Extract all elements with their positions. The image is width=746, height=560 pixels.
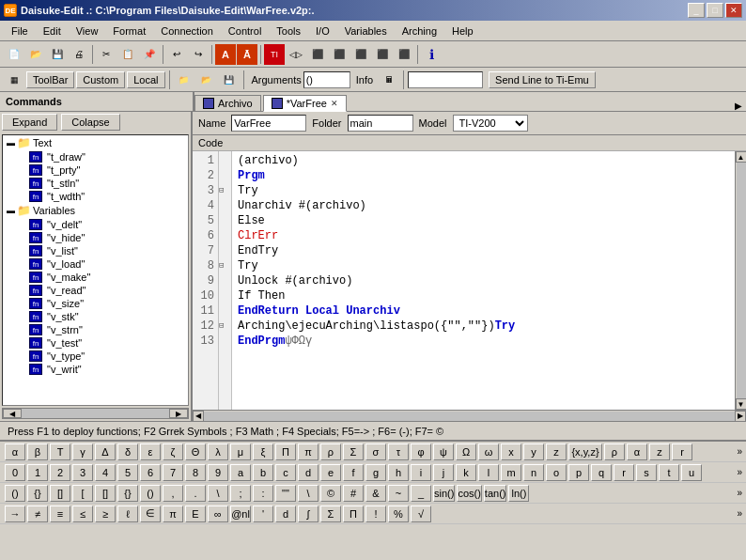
variables-folder[interactable]: ▬ 📁 Variables (3, 203, 188, 218)
tb2-icon1[interactable]: 📁 (174, 70, 194, 90)
char-geq[interactable]: ≥ (95, 506, 116, 522)
char-g[interactable]: g (365, 464, 386, 481)
char-integral[interactable]: ∫ (298, 506, 319, 522)
more-btn-row2[interactable]: » (737, 467, 742, 477)
ti-icon1[interactable]: TI (264, 44, 285, 65)
char-dot[interactable]: . (185, 485, 206, 502)
scroll-left[interactable]: ◀ (3, 409, 22, 418)
tab-arrow-right[interactable]: ▶ (735, 101, 742, 111)
close-button[interactable]: ✕ (725, 3, 742, 18)
char-sqrt[interactable]: √ (411, 506, 431, 522)
char-parens2[interactable]: () (140, 485, 161, 502)
char-y[interactable]: y (523, 443, 544, 460)
char-i[interactable]: i (411, 464, 431, 481)
char-k[interactable]: k (456, 464, 476, 481)
char-9[interactable]: 9 (208, 464, 228, 481)
copy-button[interactable]: 📋 (117, 44, 138, 65)
ti-icon2[interactable]: ◁▷ (286, 44, 306, 65)
tb2-icon2[interactable]: 📂 (196, 70, 217, 90)
hscroll-left[interactable]: ◀ (193, 411, 204, 422)
char-r[interactable]: r (672, 443, 692, 460)
char-mu[interactable]: μ (230, 443, 251, 460)
char-theta-upper[interactable]: Θ (185, 443, 206, 460)
tree-item-v_test[interactable]: fn "v_test" (3, 336, 188, 350)
char-prime[interactable]: ' (253, 506, 273, 522)
vscroll-up[interactable]: ▲ (736, 151, 747, 163)
maximize-button[interactable]: □ (707, 3, 723, 18)
commands-tree[interactable]: ▬ 📁 Text fn "t_draw" fn "t_prty" fn "t_s… (2, 134, 189, 406)
send-line-button[interactable]: Send Line to Ti-Emu (489, 71, 596, 88)
char-z2[interactable]: z (649, 443, 670, 460)
char-rho2[interactable]: ρ (604, 443, 625, 460)
char-neq[interactable]: ≠ (27, 506, 48, 522)
char-equiv[interactable]: ≡ (50, 506, 70, 522)
replace-button[interactable]: Ā (237, 44, 257, 65)
find-button[interactable]: A (215, 44, 236, 65)
char-t[interactable]: t (659, 464, 679, 481)
char-atnl[interactable]: @nl (230, 506, 251, 522)
info-button[interactable]: ℹ (421, 44, 442, 65)
extra-input[interactable] (408, 71, 483, 88)
char-amp[interactable]: & (365, 485, 386, 502)
char-square[interactable]: [] (50, 485, 70, 502)
char-sigma[interactable]: σ (365, 443, 386, 460)
menu-arching[interactable]: Arching (395, 23, 444, 39)
char-ell[interactable]: ℓ (117, 506, 138, 522)
char-pi-upper[interactable]: Π (275, 443, 296, 460)
char-product[interactable]: Π (343, 506, 364, 522)
char-copyright[interactable]: © (320, 485, 341, 502)
char-quotes[interactable]: "" (275, 485, 296, 502)
char-cos[interactable]: cos() (457, 485, 481, 502)
char-omega-upper[interactable]: Ω (456, 443, 476, 460)
char-zeta[interactable]: ζ (163, 443, 183, 460)
menu-control[interactable]: Control (221, 23, 269, 39)
menu-connection[interactable]: Connection (153, 23, 221, 39)
tab-varfree-close[interactable]: ✕ (331, 99, 338, 108)
char-tilde[interactable]: ~ (388, 485, 409, 502)
char-colon[interactable]: : (253, 485, 273, 502)
vscroll-down[interactable]: ▼ (736, 398, 747, 410)
char-tau-upper[interactable]: Τ (50, 443, 70, 460)
char-in[interactable]: ∈ (140, 506, 161, 522)
char-7[interactable]: 7 (163, 464, 183, 481)
more-btn-row3[interactable]: » (737, 488, 742, 498)
char-sigma-upper[interactable]: Σ (343, 443, 364, 460)
folder-input[interactable] (348, 115, 413, 132)
char-square2[interactable]: [] (95, 485, 116, 502)
char-f[interactable]: f (343, 464, 364, 481)
char-ln[interactable]: ln() (508, 485, 529, 502)
char-sum[interactable]: Σ (320, 506, 341, 522)
ti-icon5[interactable]: ⬛ (350, 44, 371, 65)
tb-icon[interactable]: ▦ (4, 70, 24, 90)
tree-item-v_load[interactable]: fn "v_load" (3, 257, 188, 271)
char-gamma[interactable]: γ (72, 443, 93, 460)
char-b[interactable]: b (253, 464, 273, 481)
char-x[interactable]: x (501, 443, 521, 460)
char-pi[interactable]: π (298, 443, 319, 460)
tab-archivo[interactable]: Archivo (194, 95, 261, 111)
tab-varfree[interactable]: *VarFree ✕ (263, 95, 347, 112)
redo-button[interactable]: ↪ (188, 44, 209, 65)
tree-item-v_stk[interactable]: fn "v_stk" (3, 310, 188, 323)
char-sin[interactable]: sin() (433, 485, 455, 502)
local-btn[interactable]: Local (127, 71, 164, 88)
cut-button[interactable]: ✂ (96, 44, 117, 65)
tb2-icon3[interactable]: 💾 (219, 70, 240, 90)
char-5[interactable]: 5 (117, 464, 138, 481)
char-xi[interactable]: ξ (253, 443, 273, 460)
ti-icon4[interactable]: ⬛ (329, 44, 350, 65)
char-2[interactable]: 2 (50, 464, 70, 481)
char-inf[interactable]: ∞ (208, 506, 228, 522)
char-rho[interactable]: ρ (320, 443, 341, 460)
char-r2[interactable]: r (614, 464, 634, 481)
tree-item-v_hide[interactable]: fn "v_hide" (3, 231, 188, 244)
char-phi[interactable]: φ (411, 443, 431, 460)
toolbar-btn[interactable]: ToolBar (26, 71, 74, 88)
char-leq[interactable]: ≤ (72, 506, 93, 522)
minimize-button[interactable]: _ (688, 3, 705, 18)
char-p[interactable]: p (568, 464, 589, 481)
char-u[interactable]: u (681, 464, 702, 481)
char-tan[interactable]: tan() (484, 485, 507, 502)
char-delta-upper[interactable]: Δ (95, 443, 116, 460)
char-j[interactable]: j (433, 464, 454, 481)
